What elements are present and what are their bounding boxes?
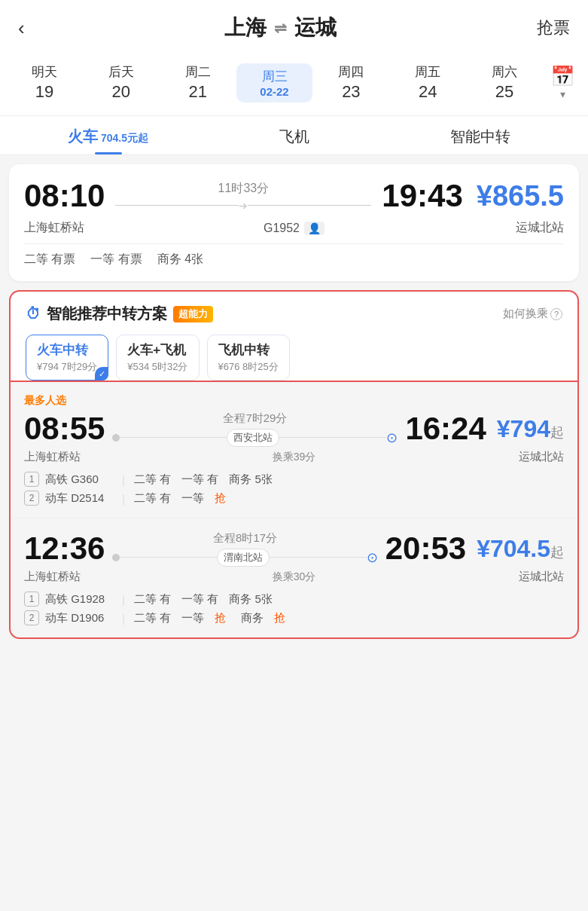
- route-title: 上海 ⇌ 运城: [224, 14, 337, 42]
- how-to-text: 如何换乘: [503, 307, 548, 321]
- back-button[interactable]: ‹: [18, 17, 25, 40]
- option0-arrive-icon: ⊙: [386, 430, 398, 446]
- smart-transfer-header: ⏱ 智能推荐中转方案 超能力 如何换乘 ? 火车中转 ¥794 7时29分 ✓ …: [9, 290, 579, 381]
- option0-train1-seats2: 一等: [181, 491, 204, 506]
- check-icon-0: ✓: [95, 367, 108, 381]
- option1-train0-seats: 二等 有: [134, 592, 171, 607]
- option1-train-1: 2 动车 D1906 | 二等 有 一等 抢 商务 抢: [24, 610, 564, 625]
- grab-ticket-button[interactable]: 抢票: [537, 17, 570, 39]
- option0-arrive-time: 16:24: [405, 411, 486, 447]
- date-item-3[interactable]: 周三 02-22: [236, 63, 313, 102]
- date-full-3: 02-22: [239, 85, 310, 98]
- date-item-1[interactable]: 后天 20: [83, 59, 160, 106]
- option0-train0-seats3: 商务 5张: [229, 472, 273, 487]
- train-number-area: G1952 👤: [99, 222, 489, 235]
- train-card[interactable]: 08:10 11时33分 ➔ 19:43 ¥865.5 上海虹桥站 G1952 …: [9, 164, 579, 281]
- header: ‹ 上海 ⇌ 运城 抢票: [0, 0, 588, 51]
- transport-tabs: 火车704.5元起 飞机 智能中转: [0, 116, 588, 155]
- transfer-tab-2[interactable]: 飞机中转 ¥676 8时25分: [207, 335, 290, 381]
- option1-transfer-station: 渭南北站: [217, 549, 270, 567]
- option0-stations: 上海虹桥站 换乘39分 运城北站: [24, 450, 564, 464]
- transfer-tab-name-1: 火车+飞机: [127, 341, 187, 359]
- popular-tag-0: 最多人选: [24, 394, 564, 408]
- date-selector: 明天 19 后天 20 周二 21 周三 02-22 周四 23 周五 24 周…: [0, 51, 588, 116]
- option1-trains: 1 高铁 G1928 | 二等 有 一等 有 商务 5张 2 动车 D1906 …: [24, 592, 564, 625]
- option0-price-suffix: 起: [550, 425, 564, 440]
- how-to-link[interactable]: 如何换乘 ?: [503, 307, 562, 321]
- transfer-option-1[interactable]: 12:36 全程8时17分 渭南北站 ⊙ 20:53 ¥704.5起 上海虹桥站…: [11, 518, 577, 637]
- option0-duration-area: 全程7时29分 西安北站 ⊙: [105, 411, 405, 447]
- option0-train-1: 2 动车 D2514 | 二等 有 一等 抢: [24, 491, 564, 506]
- to-city: 运城: [294, 14, 337, 42]
- option1-duration-text: 全程8时17分: [213, 531, 277, 546]
- seat-2: 商务 4张: [157, 252, 203, 267]
- option0-transfer-station: 西安北站: [227, 429, 279, 447]
- tab-smart-label: 智能中转: [450, 128, 510, 145]
- option0-train0-seats2: 一等 有: [181, 472, 218, 487]
- transfer-tab-info-1: ¥534 5时32分: [127, 360, 187, 374]
- seq-icon-1-1: 2: [24, 610, 39, 625]
- option0-from-station: 上海虹桥站: [24, 450, 107, 464]
- option1-price: ¥704.5: [477, 535, 550, 562]
- transfer-tab-1[interactable]: 火车+飞机 ¥534 5时32分: [116, 335, 199, 381]
- date-item-4[interactable]: 周四 23: [312, 59, 389, 106]
- day-label-6: 周六: [469, 63, 540, 81]
- day-label-5: 周五: [392, 63, 463, 81]
- smart-title: ⏱ 智能推荐中转方案 超能力: [26, 304, 213, 324]
- day-label-3: 周三: [239, 68, 310, 85]
- calendar-arrow-icon: ▾: [560, 88, 565, 100]
- option0-to-station: 运城北站: [481, 450, 564, 464]
- seq-icon-0-1: 2: [24, 491, 39, 506]
- seat-1: 一等 有票: [90, 252, 142, 267]
- tab-flight[interactable]: 飞机: [201, 116, 387, 154]
- transfer-type-tabs: 火车中转 ¥794 7时29分 ✓ 火车+飞机 ¥534 5时32分 飞机中转 …: [26, 335, 562, 381]
- option1-arrive-icon: ⊙: [367, 549, 378, 566]
- option0-price: ¥794: [497, 415, 550, 442]
- option1-train0-seats3: 商务 5张: [229, 592, 273, 607]
- option0-train1-no: 动车 D2514: [45, 491, 113, 506]
- option0-train-0: 1 高铁 G360 | 二等 有 一等 有 商务 5张: [24, 472, 564, 487]
- smart-title-text: 智能推荐中转方案: [47, 304, 167, 324]
- date-item-6[interactable]: 周六 25: [466, 59, 543, 106]
- day-num-0: 19: [9, 82, 80, 102]
- train-number: G1952: [264, 222, 300, 235]
- day-num-6: 25: [469, 82, 540, 102]
- calendar-picker[interactable]: 📅 ▾: [543, 65, 582, 100]
- date-item-0[interactable]: 明天 19: [6, 59, 83, 106]
- option0-train0-no: 高铁 G360: [45, 472, 113, 487]
- option1-transfer-wait: 换乘30分: [107, 570, 481, 584]
- date-item-5[interactable]: 周五 24: [389, 59, 466, 106]
- day-num-5: 24: [392, 82, 463, 102]
- option0-depart-time: 08:55: [24, 411, 105, 447]
- option0-transfer-wait: 换乘39分: [107, 451, 481, 464]
- day-label-1: 后天: [86, 63, 157, 81]
- day-num-4: 23: [315, 82, 386, 102]
- option1-train1-urgent1: 抢: [215, 611, 226, 625]
- date-item-2[interactable]: 周二 21: [160, 59, 236, 106]
- option1-from-station: 上海虹桥站: [24, 570, 107, 584]
- train-to-station: 运城北站: [489, 220, 564, 236]
- transfer-tab-0[interactable]: 火车中转 ¥794 7时29分 ✓: [26, 335, 108, 381]
- tab-train[interactable]: 火车704.5元起: [15, 116, 201, 154]
- option0-train1-seats: 二等 有: [134, 491, 171, 506]
- option0-duration-text: 全程7时29分: [223, 411, 287, 426]
- option1-train0-seats2: 一等 有: [181, 592, 218, 607]
- option1-train1-no: 动车 D1906: [45, 611, 113, 625]
- transfer-option-0[interactable]: 最多人选 08:55 全程7时29分 西安北站 ⊙ 16:24 ¥794起 上海…: [11, 382, 577, 518]
- day-label-0: 明天: [9, 63, 80, 81]
- option1-train1-seats: 二等 有: [134, 611, 171, 625]
- smart-transfer-icon: ⏱: [26, 305, 41, 323]
- tab-flight-label: 飞机: [279, 128, 309, 145]
- tab-smart-transfer[interactable]: 智能中转: [387, 116, 573, 154]
- question-icon: ?: [550, 308, 562, 320]
- swap-icon[interactable]: ⇌: [274, 19, 287, 37]
- day-num-1: 20: [86, 82, 157, 102]
- option0-trains: 1 高铁 G360 | 二等 有 一等 有 商务 5张 2 动车 D2514 |…: [24, 472, 564, 506]
- option1-train-0: 1 高铁 G1928 | 二等 有 一等 有 商务 5张: [24, 592, 564, 607]
- day-label-4: 周四: [315, 63, 386, 81]
- option1-train1-urgent2: 抢: [274, 611, 285, 625]
- train-tag: 👤: [304, 222, 324, 235]
- option0-train1-urgent: 抢: [215, 491, 226, 506]
- option1-train1-seats2: 一等: [181, 611, 204, 625]
- transfer-tab-info-2: ¥676 8时25分: [218, 360, 279, 374]
